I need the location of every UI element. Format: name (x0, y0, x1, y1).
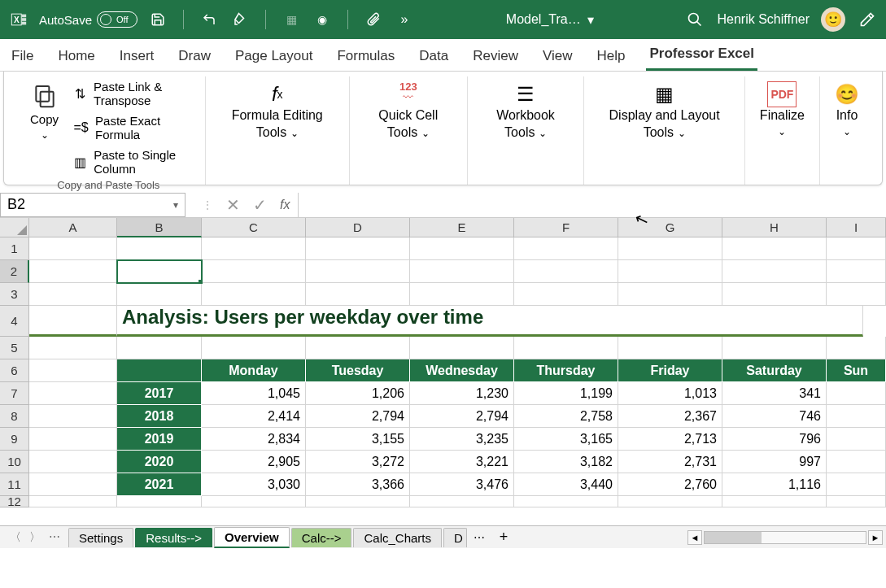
data-cell[interactable] (827, 382, 886, 405)
cell[interactable] (29, 237, 117, 260)
data-cell[interactable]: 2,731 (618, 451, 722, 473)
cell[interactable] (117, 496, 202, 507)
col-header-C[interactable]: C (202, 218, 306, 237)
format-painter-icon[interactable] (229, 9, 251, 30)
pencil-icon[interactable] (857, 9, 878, 30)
cell[interactable] (410, 496, 514, 507)
data-cell[interactable]: 3,221 (410, 451, 514, 473)
attach-icon[interactable] (363, 9, 384, 30)
data-cell[interactable]: 2,713 (618, 428, 722, 451)
year-cell[interactable]: 2021 (117, 473, 202, 496)
col-header-E[interactable]: E (410, 218, 514, 237)
new-sheet-button[interactable]: + (491, 529, 517, 546)
data-cell[interactable]: 3,440 (514, 473, 618, 496)
row-header[interactable]: 11 (0, 473, 29, 496)
sheet-nav-next[interactable]: 〉 (29, 530, 41, 545)
chevron-down-icon[interactable]: ▾ (173, 199, 178, 211)
search-icon[interactable] (684, 9, 705, 30)
data-cell[interactable]: 2,794 (306, 405, 410, 428)
row-header[interactable]: 10 (0, 451, 29, 473)
table-header[interactable]: Monday (202, 359, 306, 382)
cell[interactable] (827, 260, 886, 283)
data-cell[interactable]: 746 (722, 405, 827, 428)
paste-exact-formula[interactable]: =$Paste Exact Formula (73, 114, 193, 142)
formula-input[interactable] (298, 193, 886, 217)
paste-single-column[interactable]: ▥Paste to Single Column (73, 148, 193, 176)
sheet-nav-prev[interactable]: 〈 (10, 530, 21, 545)
cell[interactable] (117, 337, 202, 359)
cell[interactable] (827, 237, 886, 260)
cell[interactable] (29, 382, 117, 405)
workbook-tools[interactable]: ☰ Workbook Tools ⌄ (468, 76, 584, 185)
cell[interactable] (202, 496, 306, 507)
overflow-icon[interactable]: » (394, 9, 415, 30)
record-icon[interactable]: ◉ (312, 9, 333, 30)
cell[interactable] (202, 237, 306, 260)
user-name[interactable]: Henrik Schiffner (717, 12, 810, 27)
title-dropdown-icon[interactable]: ▾ (587, 12, 594, 28)
data-cell[interactable]: 1,013 (618, 382, 722, 405)
sheet-nav-more[interactable]: ⋯ (49, 530, 60, 545)
tab-review[interactable]: Review (469, 41, 522, 71)
year-cell[interactable]: 2019 (117, 428, 202, 451)
autosave-toggle[interactable]: AutoSave Off (39, 11, 137, 28)
row-header[interactable]: 8 (0, 405, 29, 428)
col-header-I[interactable]: I (827, 218, 886, 237)
undo-icon[interactable] (199, 9, 220, 30)
cell[interactable] (29, 451, 117, 473)
data-cell[interactable]: 3,165 (514, 428, 618, 451)
tab-insert[interactable]: Insert (116, 41, 158, 71)
cell[interactable] (618, 237, 722, 260)
data-cell[interactable]: 1,230 (410, 382, 514, 405)
data-cell[interactable] (827, 428, 886, 451)
row-header[interactable]: 6 (0, 359, 29, 382)
cell[interactable] (618, 260, 722, 283)
data-cell[interactable]: 3,030 (202, 473, 306, 496)
cell[interactable] (306, 337, 410, 359)
data-cell[interactable]: 3,235 (410, 428, 514, 451)
data-cell[interactable]: 2,794 (410, 405, 514, 428)
sheet-tab-calc-charts[interactable]: Calc_Charts (353, 528, 442, 547)
table-header[interactable]: Sun (827, 359, 886, 382)
col-header-A[interactable]: A (29, 218, 117, 237)
document-title[interactable]: Model_Tra… (506, 12, 581, 27)
save-icon[interactable] (147, 9, 168, 30)
data-cell[interactable]: 1,199 (514, 382, 618, 405)
cell[interactable] (410, 237, 514, 260)
name-box[interactable]: B2 ▾ (0, 193, 185, 217)
cell[interactable] (722, 337, 827, 359)
cell[interactable] (306, 237, 410, 260)
data-cell[interactable]: 3,366 (306, 473, 410, 496)
user-avatar[interactable]: 🙂 (821, 7, 845, 32)
cell[interactable] (827, 496, 886, 507)
cell[interactable] (306, 496, 410, 507)
cell[interactable] (410, 260, 514, 283)
cell[interactable] (29, 359, 117, 382)
cell[interactable] (722, 283, 827, 306)
finalize-button[interactable]: PDF Finalize ⌄ (745, 76, 819, 185)
data-cell[interactable] (827, 473, 886, 496)
row-header[interactable]: 2 (0, 260, 29, 283)
cell[interactable] (722, 237, 827, 260)
data-cell[interactable]: 341 (722, 382, 827, 405)
cell[interactable] (618, 337, 722, 359)
data-cell[interactable] (827, 451, 886, 473)
data-cell[interactable]: 3,272 (306, 451, 410, 473)
cell[interactable] (514, 496, 618, 507)
cell[interactable] (29, 496, 117, 507)
table-header[interactable]: Wednesday (410, 359, 514, 382)
cell[interactable] (29, 306, 117, 337)
select-all-cell[interactable] (0, 218, 29, 237)
data-cell[interactable] (827, 405, 886, 428)
data-cell[interactable]: 1,045 (202, 382, 306, 405)
tab-home[interactable]: Home (55, 41, 98, 71)
cell[interactable] (117, 237, 202, 260)
col-header-G[interactable]: G (618, 218, 722, 237)
cell[interactable] (29, 337, 117, 359)
cell[interactable] (29, 428, 117, 451)
table-header[interactable]: Saturday (722, 359, 827, 382)
col-header-D[interactable]: D (306, 218, 410, 237)
cell[interactable] (514, 237, 618, 260)
sheet-tab-results[interactable]: Results--> (135, 528, 212, 547)
data-cell[interactable]: 1,116 (722, 473, 827, 496)
